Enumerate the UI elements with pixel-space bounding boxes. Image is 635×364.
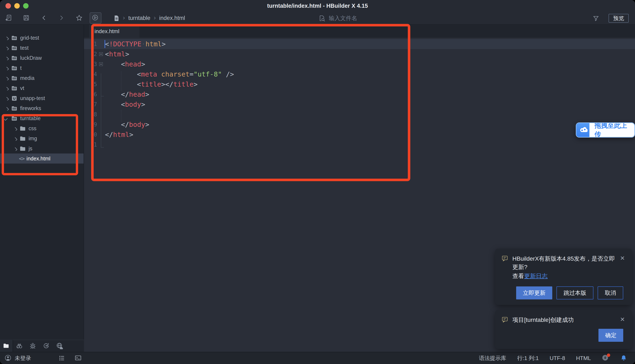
red-badge: [607, 354, 610, 357]
tree-item-luckDraw[interactable]: luckDraw: [0, 53, 84, 63]
code-line-1: 1 <!DOCTYPE·html>: [84, 39, 635, 49]
tree-item-js[interactable]: js: [0, 144, 84, 154]
binoculars-icon[interactable]: [16, 342, 23, 350]
chevron-right-icon[interactable]: [4, 106, 9, 110]
chevron-right-icon[interactable]: [13, 126, 17, 131]
download-status-icon[interactable]: [602, 354, 609, 362]
statusbar-item[interactable]: UTF-8: [550, 355, 565, 362]
code-text: <meta charset="utf-8" />: [105, 70, 234, 78]
button-跳过本版[interactable]: 跳过本版: [556, 286, 593, 300]
close-icon[interactable]: ✕: [619, 316, 626, 323]
tree-item-label: t: [20, 65, 22, 71]
close-icon[interactable]: ✕: [619, 254, 626, 262]
folder-project-icon: [11, 45, 17, 51]
chevron-right-icon[interactable]: [4, 36, 9, 40]
line-number: 5: [84, 81, 97, 88]
chevron-right-icon[interactable]: [4, 86, 9, 90]
tree-item-label: unapp-test: [20, 95, 45, 101]
notification-update: HBuilderX有新版本4.85发布，是否立即更新? ✕ 查看更新日志 立即更…: [495, 249, 632, 305]
code-text: </head>: [105, 90, 149, 98]
line-number: 2: [84, 51, 97, 57]
chevron-right-icon[interactable]: [4, 66, 9, 70]
chevron-right-icon[interactable]: [4, 76, 9, 80]
code-line-9: 9 </body>: [84, 120, 635, 130]
code-text: </html>: [105, 131, 133, 138]
button-立即更新[interactable]: 立即更新: [516, 286, 552, 300]
sidebar-footer-tab-active[interactable]: [0, 340, 13, 352]
person-icon[interactable]: [5, 354, 12, 362]
tree-item-fireworks[interactable]: fireworks: [0, 103, 84, 113]
line-number: 1: [84, 41, 97, 47]
line-number: 10: [84, 132, 97, 138]
run-button[interactable]: [90, 12, 101, 24]
tree-item-label: vt: [20, 85, 24, 91]
document-icon: [113, 15, 119, 21]
button-取消[interactable]: 取消: [598, 286, 623, 300]
chevron-right-icon[interactable]: [13, 136, 17, 141]
breadcrumb-project[interactable]: turntable: [128, 15, 150, 22]
tree-item-label: js: [29, 146, 32, 152]
code-line-5: 5 <title></title>: [84, 79, 635, 89]
tree-item-label: media: [20, 75, 35, 81]
chevron-right-icon: ›: [123, 14, 125, 21]
bell-icon[interactable]: [620, 354, 627, 362]
chevron-right-icon[interactable]: [4, 46, 9, 50]
breadcrumb-file[interactable]: index.html: [159, 15, 185, 22]
tree-item-turntable[interactable]: turntable: [0, 113, 84, 123]
forward-icon[interactable]: [58, 14, 65, 22]
sync-icon[interactable]: [43, 342, 50, 350]
notification-project-created: 项目[turntable]创建成功 ✕ 确定: [495, 310, 632, 349]
tree-item-test[interactable]: test: [0, 43, 84, 53]
uniapp-icon: [11, 95, 17, 101]
globe-cloud-icon[interactable]: [56, 342, 63, 350]
outline-list-icon[interactable]: [58, 355, 65, 362]
code-line-8: 8: [84, 110, 635, 120]
folder-project-icon: [11, 115, 17, 122]
back-icon[interactable]: [41, 14, 48, 22]
new-file-icon[interactable]: [5, 14, 12, 22]
statusbar: 未登录 语法提示库行:1 列:1UTF-8HTML: [0, 352, 635, 364]
terminal-icon[interactable]: [75, 354, 82, 362]
chevron-right-icon[interactable]: [4, 56, 9, 60]
code-line-7: 7 <body>: [84, 100, 635, 110]
tree-item-img[interactable]: img: [0, 133, 84, 144]
drag-upload-target[interactable]: 拖拽至此上传: [576, 122, 635, 138]
button-确定[interactable]: 确定: [598, 329, 623, 342]
toolbar-icon-group: [0, 14, 83, 22]
tree-item-label: fireworks: [20, 105, 41, 111]
tree-item-grid-test[interactable]: grid-test: [0, 33, 84, 43]
filter-funnel-icon[interactable]: [593, 15, 599, 22]
star-icon[interactable]: [76, 14, 83, 22]
chevron-right-icon[interactable]: [13, 146, 17, 151]
editor-tabbar: index.html: [84, 25, 635, 38]
tree-item-unapp-test[interactable]: unapp-test: [0, 93, 84, 103]
tree-item-index.html[interactable]: <> index.html: [0, 154, 84, 164]
tree-item-t[interactable]: t: [0, 63, 84, 73]
preview-button[interactable]: 预览: [608, 14, 629, 23]
line-number: 9: [84, 122, 97, 128]
save-icon[interactable]: [23, 14, 30, 22]
chevron-down-icon[interactable]: [4, 116, 9, 120]
tree-item-media[interactable]: media: [0, 73, 84, 83]
statusbar-item[interactable]: 行:1 列:1: [517, 354, 539, 362]
changelog-link[interactable]: 更新日志: [524, 273, 548, 279]
login-status[interactable]: 未登录: [15, 354, 31, 362]
tab-index-html[interactable]: index.html: [89, 25, 139, 38]
code-text: <title></title>: [105, 80, 197, 88]
toolbar: › turntable › index.html 输入文件名 预览: [0, 12, 635, 25]
fold-marker-icon[interactable]: [99, 52, 103, 56]
code-line-2: 2 <html>: [84, 49, 635, 59]
tree-item-css[interactable]: css: [0, 123, 84, 133]
filename-search-input[interactable]: 输入文件名: [318, 12, 357, 25]
tree-item-label: grid-test: [20, 35, 39, 41]
search-placeholder: 输入文件名: [329, 14, 357, 22]
link-prefix: 查看: [512, 273, 524, 279]
statusbar-item[interactable]: 语法提示库: [479, 354, 506, 362]
folder-project-icon: [11, 55, 17, 61]
statusbar-item[interactable]: HTML: [576, 355, 591, 362]
fold-marker-icon[interactable]: [99, 62, 103, 66]
tree-item-vt[interactable]: vt: [0, 83, 84, 93]
bug-icon[interactable]: [29, 342, 37, 350]
chevron-right-icon[interactable]: [4, 96, 9, 100]
folder-project-icon: [11, 34, 17, 41]
